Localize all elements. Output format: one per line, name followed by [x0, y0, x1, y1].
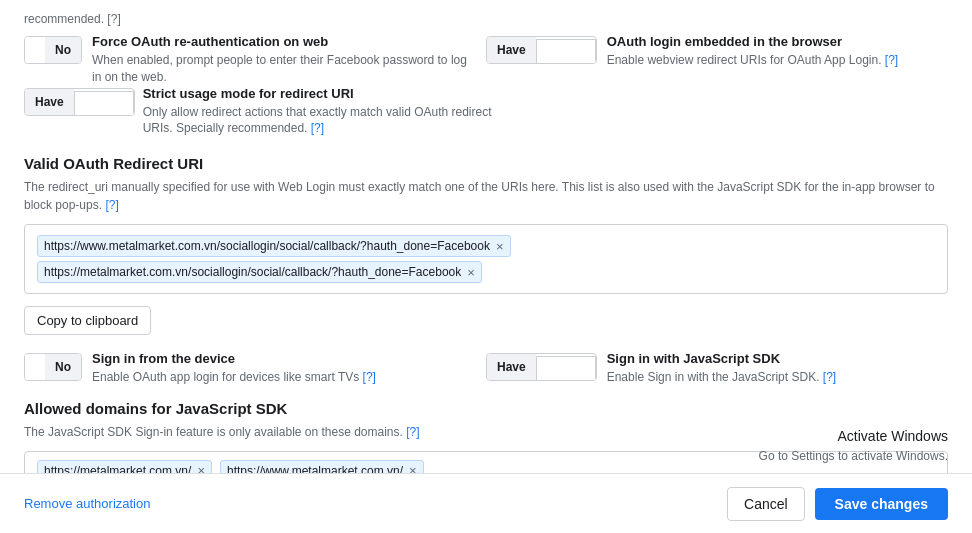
sign-in-js-desc: Enable Sign in with the JavaScript SDK. …	[607, 369, 836, 386]
oauth-embedded-info: OAuth login embedded in the browser Enab…	[607, 34, 899, 69]
valid-oauth-help[interactable]: [?]	[105, 198, 118, 212]
uri-tag-2: https://metalmarket.com.vn/sociallogin/s…	[37, 261, 482, 283]
row-force-oauth: No Force OAuth re-authentication on web …	[24, 34, 948, 86]
strict-usage-label: Strict usage mode for redirect URI	[143, 86, 523, 101]
oauth-embedded-help[interactable]: [?]	[885, 53, 898, 67]
sign-in-device-no-btn[interactable]: No	[45, 354, 81, 380]
save-button[interactable]: Save changes	[815, 488, 948, 520]
oauth-embedded-have-btn[interactable]: Have	[487, 37, 536, 63]
valid-oauth-desc: The redirect_uri manually specified for …	[24, 178, 948, 214]
oauth-embedded-input[interactable]	[536, 39, 596, 64]
sign-in-js-have-btn[interactable]: Have	[487, 354, 536, 380]
page-container: recommended. [?] No Force OAuth re-authe…	[0, 0, 972, 533]
uri-tag-1-remove[interactable]: ×	[496, 240, 504, 253]
windows-watermark: Activate Windows Go to Settings to activ…	[759, 426, 948, 465]
force-oauth-no-btn[interactable]: No	[45, 37, 81, 63]
uri-input-box[interactable]: https://www.metalmarket.com.vn/sociallog…	[24, 224, 948, 294]
valid-oauth-section: Valid OAuth Redirect URI The redirect_ur…	[24, 155, 948, 335]
uri-tag-1-text: https://www.metalmarket.com.vn/sociallog…	[44, 239, 490, 253]
sign-in-device-info: Sign in from the device Enable OAuth app…	[92, 351, 376, 386]
col-oauth-embedded: Have OAuth login embedded in the browser…	[486, 34, 948, 86]
recommended-text: recommended. [?]	[24, 12, 948, 34]
sign-in-device-toggle[interactable]: No	[24, 353, 82, 381]
row-sign-in: No Sign in from the device Enable OAuth …	[24, 351, 948, 386]
oauth-embedded-desc: Enable webview redirect URIs for OAuth A…	[607, 52, 899, 69]
strict-usage-desc: Only allow redirect actions that exactly…	[143, 104, 523, 138]
sign-in-device-yes-btn[interactable]	[25, 354, 45, 380]
force-oauth-label: Force OAuth re-authentication on web	[92, 34, 472, 49]
valid-oauth-title: Valid OAuth Redirect URI	[24, 155, 948, 172]
cancel-button[interactable]: Cancel	[727, 487, 805, 521]
remove-auth-link[interactable]: Remove authorization	[24, 496, 150, 511]
watermark-title: Activate Windows	[759, 426, 948, 447]
uri-tag-2-text: https://metalmarket.com.vn/sociallogin/s…	[44, 265, 461, 279]
force-oauth-desc: When enabled, prompt people to enter the…	[92, 52, 472, 86]
bottom-bar: Remove authorization Cancel Save changes	[0, 473, 972, 533]
force-oauth-yes-btn[interactable]	[25, 37, 45, 63]
strict-usage-info: Strict usage mode for redirect URI Only …	[143, 86, 523, 138]
oauth-embedded-label: OAuth login embedded in the browser	[607, 34, 899, 49]
strict-usage-have-btn[interactable]: Have	[25, 89, 74, 115]
sign-in-js-label: Sign in with JavaScript SDK	[607, 351, 836, 366]
row-strict-usage: Have Strict usage mode for redirect URI …	[24, 86, 948, 138]
force-oauth-toggle[interactable]: No	[24, 36, 82, 64]
strict-usage-toggle[interactable]: Have	[24, 88, 135, 116]
oauth-embedded-toggle[interactable]: Have	[486, 36, 597, 64]
sign-in-js-help[interactable]: [?]	[823, 370, 836, 384]
sign-in-device-help[interactable]: [?]	[363, 370, 376, 384]
force-oauth-info: Force OAuth re-authentication on web Whe…	[92, 34, 472, 86]
allowed-domains-title: Allowed domains for JavaScript SDK	[24, 400, 948, 417]
col-sign-in-device: No Sign in from the device Enable OAuth …	[24, 351, 486, 386]
strict-usage-help[interactable]: [?]	[311, 121, 324, 135]
allowed-domains-help[interactable]: [?]	[406, 425, 419, 439]
strict-usage-input[interactable]	[74, 91, 134, 116]
sign-in-js-info: Sign in with JavaScript SDK Enable Sign …	[607, 351, 836, 386]
watermark-subtitle: Go to Settings to activate Windows.	[759, 447, 948, 465]
uri-tag-2-remove[interactable]: ×	[467, 266, 475, 279]
bottom-buttons: Cancel Save changes	[727, 487, 948, 521]
sign-in-device-label: Sign in from the device	[92, 351, 376, 366]
copy-clipboard-btn[interactable]: Copy to clipboard	[24, 306, 151, 335]
sign-in-device-desc: Enable OAuth app login for devices like …	[92, 369, 376, 386]
uri-tag-1: https://www.metalmarket.com.vn/sociallog…	[37, 235, 511, 257]
sign-in-js-input[interactable]	[536, 356, 596, 381]
col-sign-in-js: Have Sign in with JavaScript SDK Enable …	[486, 351, 948, 386]
sign-in-js-toggle[interactable]: Have	[486, 353, 597, 381]
col-force-oauth: No Force OAuth re-authentication on web …	[24, 34, 486, 86]
